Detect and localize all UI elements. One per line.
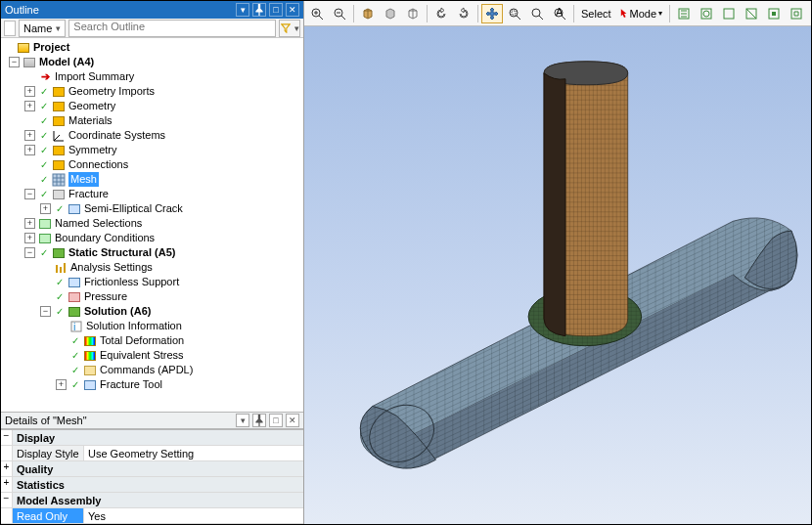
check-icon: ✓ bbox=[54, 277, 66, 288]
details-dropdown-button[interactable]: ▾ bbox=[236, 414, 249, 427]
outline-search-field[interactable] bbox=[73, 21, 271, 32]
zoom-box-button[interactable] bbox=[526, 4, 548, 23]
tool-5-button[interactable] bbox=[763, 4, 785, 23]
outline-title-text: Outline bbox=[5, 1, 39, 19]
details-row-display-style[interactable]: Display StyleUse Geometry Setting bbox=[1, 446, 303, 461]
tree-project[interactable]: Project bbox=[3, 40, 301, 55]
details-section-display[interactable]: −Display bbox=[1, 430, 303, 446]
collapse-icon[interactable]: − bbox=[40, 306, 51, 317]
details-pin-button[interactable] bbox=[252, 414, 266, 427]
wireframe-button[interactable] bbox=[402, 4, 424, 23]
expand-icon[interactable]: + bbox=[24, 145, 35, 155]
svg-rect-28 bbox=[791, 9, 801, 19]
tree-materials[interactable]: ✓ Materials bbox=[3, 113, 301, 128]
sol-info-icon: i bbox=[69, 320, 83, 333]
expand-icon[interactable]: + bbox=[1, 477, 13, 492]
crack-icon bbox=[68, 202, 81, 216]
zoom-in-button[interactable] bbox=[306, 4, 328, 23]
tree-semi-ellip[interactable]: + ✓ Semi-Elliptical Crack bbox=[3, 201, 301, 216]
undo-button[interactable] bbox=[430, 4, 452, 23]
outline-name-dropdown[interactable]: Name bbox=[19, 20, 66, 37]
outline-maximize-button[interactable]: □ bbox=[269, 3, 283, 17]
tool-6-button[interactable] bbox=[786, 4, 807, 23]
check-icon: ✓ bbox=[38, 247, 50, 259]
outline-tree[interactable]: Project − Model (A4) ➔ Import Summary + … bbox=[1, 38, 303, 412]
redo-button[interactable] bbox=[453, 4, 474, 23]
tree-geometry[interactable]: + ✓ Geometry bbox=[3, 99, 301, 113]
tool-1-button[interactable] bbox=[673, 4, 695, 23]
outline-pin-button[interactable] bbox=[252, 3, 266, 17]
materials-icon bbox=[52, 114, 66, 128]
details-section-statistics[interactable]: +Statistics bbox=[1, 477, 303, 493]
details-grid[interactable]: −Display Display StyleUse Geometry Setti… bbox=[1, 429, 303, 524]
tree-fracture[interactable]: − ✓ Fracture bbox=[3, 187, 301, 201]
check-icon: ✓ bbox=[69, 335, 81, 347]
tree-sol-info[interactable]: i Solution Information bbox=[3, 319, 301, 333]
details-close-button[interactable]: ✕ bbox=[286, 414, 299, 427]
collapse-icon[interactable]: − bbox=[9, 57, 20, 67]
tree-analysis-settings[interactable]: Analysis Settings bbox=[3, 260, 301, 275]
zoom-out-button[interactable] bbox=[329, 4, 350, 23]
tree-static-struct[interactable]: − ✓ Static Structural (A5) bbox=[3, 245, 301, 260]
expand-icon[interactable]: + bbox=[56, 379, 67, 390]
tree-equiv-stress[interactable]: ✓ Equivalent Stress bbox=[3, 348, 301, 363]
expand-icon[interactable]: + bbox=[24, 101, 35, 111]
pan-button[interactable] bbox=[481, 4, 503, 23]
collapse-icon[interactable]: − bbox=[24, 189, 35, 199]
tree-fracture-tool[interactable]: + ✓ Fracture Tool bbox=[3, 377, 301, 392]
graphics-viewport[interactable] bbox=[304, 26, 811, 524]
tree-model[interactable]: − Model (A4) bbox=[3, 55, 301, 69]
outline-search-input[interactable] bbox=[68, 20, 276, 37]
collapse-icon[interactable]: − bbox=[1, 493, 13, 507]
svg-line-17 bbox=[539, 16, 543, 20]
tree-connections[interactable]: ✓ Connections bbox=[3, 157, 301, 172]
tool-2-button[interactable] bbox=[696, 4, 717, 23]
expand-icon[interactable]: + bbox=[24, 233, 35, 243]
shaded-button[interactable] bbox=[380, 4, 401, 23]
outline-filter-button[interactable] bbox=[279, 20, 300, 37]
svg-rect-1 bbox=[56, 265, 58, 273]
expand-icon[interactable]: + bbox=[40, 203, 51, 214]
solution-icon bbox=[68, 305, 81, 319]
tree-geom-imports[interactable]: + ✓ Geometry Imports bbox=[3, 84, 301, 99]
tree-pressure[interactable]: ✓ Pressure bbox=[3, 289, 301, 304]
collapse-icon[interactable]: − bbox=[1, 430, 13, 445]
collapse-icon[interactable]: − bbox=[24, 247, 35, 258]
details-maximize-button[interactable]: □ bbox=[269, 414, 283, 427]
tree-named-sel[interactable]: + Named Selections bbox=[3, 216, 301, 231]
tree-solution[interactable]: − ✓ Solution (A6) bbox=[3, 304, 301, 319]
check-icon: ✓ bbox=[38, 115, 50, 127]
tree-frictionless[interactable]: ✓ Frictionless Support bbox=[3, 275, 301, 289]
viewport-toolbar: A Select Mode▾ bbox=[304, 1, 811, 26]
tree-import-summary[interactable]: ➔ Import Summary bbox=[3, 69, 301, 84]
box-button[interactable] bbox=[357, 4, 379, 23]
expand-icon[interactable]: + bbox=[24, 86, 35, 97]
outline-close-button[interactable]: ✕ bbox=[286, 3, 299, 17]
tree-coord-sys[interactable]: + ✓ Coordinate Systems bbox=[3, 128, 301, 143]
select-button[interactable]: Select bbox=[577, 4, 615, 23]
tool-3-button[interactable] bbox=[718, 4, 740, 23]
tool-4-button[interactable] bbox=[741, 4, 762, 23]
zoom-all-button[interactable]: A bbox=[549, 4, 570, 23]
expand-icon[interactable]: + bbox=[24, 130, 35, 141]
tree-total-deform[interactable]: ✓ Total Deformation bbox=[3, 333, 301, 348]
svg-rect-27 bbox=[772, 12, 776, 16]
expand-icon[interactable]: + bbox=[1, 461, 13, 476]
tree-bc[interactable]: + Boundary Conditions bbox=[3, 231, 301, 245]
svg-text:A: A bbox=[556, 7, 564, 18]
svg-rect-0 bbox=[53, 174, 65, 186]
details-row-read-only[interactable]: Read OnlyYes bbox=[1, 508, 303, 524]
check-icon: ✓ bbox=[54, 291, 66, 303]
tree-mesh[interactable]: ✓ Mesh bbox=[3, 172, 301, 187]
tree-symmetry[interactable]: + ✓ Symmetry bbox=[3, 143, 301, 157]
check-icon: ✓ bbox=[69, 379, 81, 391]
mode-button[interactable]: Mode▾ bbox=[616, 4, 667, 23]
details-section-model-assembly[interactable]: −Model Assembly bbox=[1, 493, 303, 508]
tree-commands[interactable]: ✓ Commands (APDL) bbox=[3, 363, 301, 377]
outline-dropdown-button[interactable]: ▾ bbox=[236, 3, 249, 17]
zoom-fit-button[interactable] bbox=[504, 4, 525, 23]
expand-icon[interactable]: + bbox=[24, 218, 35, 229]
named-sel-icon bbox=[38, 217, 52, 231]
details-section-quality[interactable]: +Quality bbox=[1, 461, 303, 477]
geometry-icon bbox=[52, 100, 66, 113]
